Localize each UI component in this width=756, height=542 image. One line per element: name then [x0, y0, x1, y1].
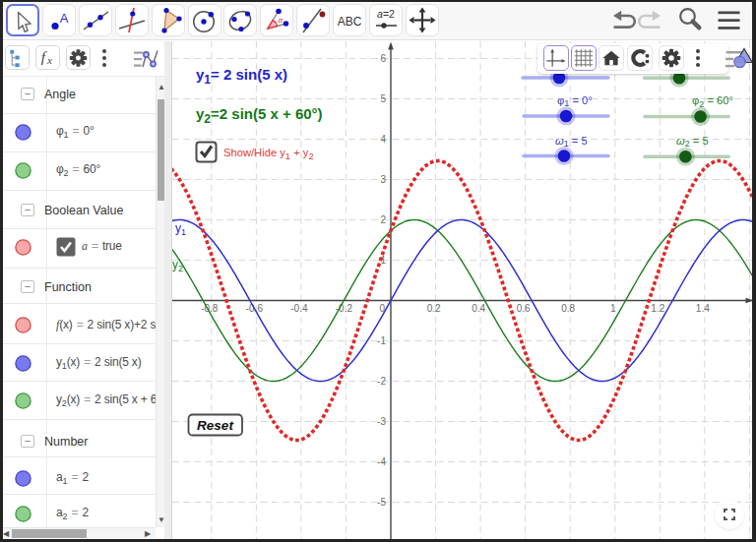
svg-text:-5: -5	[377, 497, 386, 508]
svg-text:-0.4: -0.4	[290, 303, 308, 314]
svg-text:A: A	[60, 10, 69, 25]
svg-text:a=2: a=2	[377, 8, 395, 20]
svg-text:1.2: 1.2	[651, 303, 664, 314]
svg-text:0.8: 0.8	[561, 303, 575, 314]
svg-text:0.6: 0.6	[517, 303, 531, 314]
svg-text:Reset: Reset	[197, 418, 233, 433]
svg-text:1: 1	[610, 303, 616, 314]
svg-text:y1: y1	[175, 221, 186, 237]
svg-text:ω1 = 5: ω1 = 5	[555, 135, 588, 150]
svg-text:Show/Hide y1 + y2: Show/Hide y1 + y2	[223, 147, 314, 161]
svg-text:0.4: 0.4	[472, 303, 485, 314]
svg-text:-1: -1	[377, 335, 386, 346]
svg-text:α: α	[279, 16, 284, 25]
svg-text:y1= 2 sin(5 x): y1= 2 sin(5 x)	[196, 66, 287, 87]
svg-text:φ1 = 0°: φ1 = 0°	[557, 94, 593, 109]
svg-text:ABC: ABC	[338, 14, 362, 28]
svg-text:ω2 = 5: ω2 = 5	[676, 135, 709, 150]
svg-text:y2: y2	[172, 258, 183, 273]
svg-text:5: 5	[380, 93, 386, 104]
svg-text:0.2: 0.2	[427, 303, 441, 314]
svg-text:-3: -3	[377, 416, 386, 427]
svg-text:y2=2 sin(5 x + 60°): y2=2 sin(5 x + 60°)	[196, 105, 323, 126]
svg-text:3: 3	[380, 174, 386, 185]
svg-text:-4: -4	[377, 456, 386, 467]
svg-text:2: 2	[380, 214, 386, 225]
svg-text:-2: -2	[377, 376, 386, 387]
svg-text:x: x	[46, 54, 52, 66]
svg-text:6: 6	[380, 53, 386, 64]
svg-text:1.4: 1.4	[696, 303, 710, 314]
svg-text:φ2 = 60°: φ2 = 60°	[692, 94, 733, 109]
svg-text:4: 4	[380, 134, 386, 145]
